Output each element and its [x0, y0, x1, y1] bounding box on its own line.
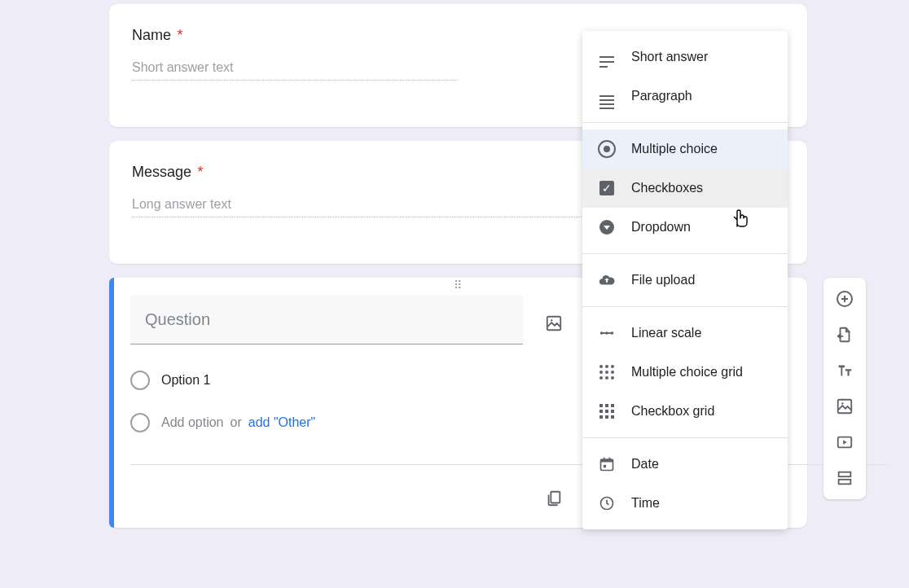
- dropdown-icon: [597, 217, 617, 237]
- or-text: or: [231, 415, 242, 430]
- svg-rect-24: [611, 415, 614, 419]
- svg-point-15: [611, 376, 614, 380]
- svg-rect-18: [611, 404, 614, 407]
- svg-rect-32: [838, 400, 852, 414]
- menu-item-label: Short answer: [631, 50, 708, 64]
- duplicate-button[interactable]: [538, 482, 570, 515]
- menu-item-label: Multiple choice grid: [631, 365, 743, 380]
- svg-point-12: [611, 371, 614, 374]
- menu-separator: [582, 306, 788, 307]
- clock-icon: [597, 494, 617, 513]
- calendar-icon: [597, 454, 617, 474]
- menu-item-label: Date: [631, 457, 659, 472]
- menu-item-file-upload[interactable]: File upload: [582, 261, 788, 300]
- linear-scale-icon: [597, 323, 617, 343]
- short-answer-icon: [597, 47, 617, 67]
- add-image-button-toolbar[interactable]: [830, 392, 859, 421]
- svg-rect-28: [609, 458, 611, 461]
- radio-icon: [130, 371, 150, 390]
- svg-rect-6: [602, 332, 613, 334]
- add-question-button[interactable]: [830, 284, 859, 314]
- menu-item-paragraph[interactable]: Paragraph: [582, 77, 788, 116]
- import-questions-button[interactable]: [830, 320, 859, 349]
- radio-icon: [130, 413, 150, 432]
- menu-item-label: Linear scale: [631, 326, 701, 340]
- plus-circle-icon: [835, 289, 854, 309]
- image-icon: [545, 314, 563, 332]
- menu-item-label: Multiple choice: [631, 142, 718, 156]
- menu-item-label: Paragraph: [631, 89, 692, 103]
- svg-point-9: [611, 365, 614, 368]
- menu-item-checkboxes[interactable]: ✓ Checkboxes: [582, 169, 788, 208]
- svg-point-13: [599, 376, 603, 380]
- svg-rect-23: [605, 415, 608, 419]
- menu-item-multiple-choice[interactable]: Multiple choice: [582, 129, 788, 169]
- svg-rect-21: [611, 410, 614, 413]
- menu-item-label: Dropdown: [631, 220, 691, 235]
- active-card-accent: [109, 278, 114, 528]
- svg-rect-16: [599, 404, 603, 407]
- svg-rect-36: [839, 480, 851, 485]
- svg-rect-0: [547, 317, 561, 331]
- required-asterisk: *: [198, 164, 204, 180]
- side-toolbar: [823, 278, 866, 499]
- svg-point-11: [605, 371, 608, 374]
- import-file-icon: [836, 326, 854, 344]
- video-icon: [836, 433, 854, 451]
- svg-rect-17: [605, 404, 608, 407]
- svg-rect-2: [551, 492, 560, 503]
- option-label[interactable]: Option 1: [161, 373, 210, 388]
- menu-item-mc-grid[interactable]: Multiple choice grid: [582, 353, 788, 392]
- menu-item-linear-scale[interactable]: Linear scale: [582, 314, 788, 353]
- svg-rect-27: [604, 458, 605, 461]
- add-section-button[interactable]: [830, 463, 859, 493]
- question-title-input[interactable]: [130, 296, 523, 344]
- add-image-button[interactable]: [538, 307, 570, 340]
- add-title-button[interactable]: [830, 356, 859, 385]
- menu-item-label: Checkbox grid: [631, 404, 714, 419]
- menu-item-short-answer[interactable]: Short answer: [582, 37, 788, 77]
- svg-rect-26: [601, 459, 613, 462]
- question-title: Name: [132, 27, 171, 43]
- radio-checked-icon: [597, 139, 617, 159]
- option-row-1[interactable]: Option 1: [130, 371, 210, 390]
- menu-separator: [582, 437, 788, 438]
- short-answer-placeholder: Short answer text: [132, 60, 458, 81]
- image-icon: [836, 397, 854, 415]
- menu-separator: [582, 253, 788, 254]
- question-type-menu: Short answer Paragraph Multiple choice ✓…: [582, 31, 788, 529]
- svg-point-8: [605, 365, 608, 368]
- svg-point-7: [599, 365, 603, 368]
- svg-point-33: [841, 402, 843, 404]
- text-title-icon: [836, 362, 854, 380]
- menu-separator: [582, 122, 788, 123]
- svg-point-10: [599, 371, 603, 374]
- square-grid-icon: [597, 402, 617, 421]
- paragraph-icon: [597, 86, 617, 106]
- menu-item-time[interactable]: Time: [582, 484, 788, 523]
- menu-item-label: Checkboxes: [631, 181, 703, 195]
- dot-grid-icon: [597, 362, 617, 382]
- svg-rect-35: [839, 472, 851, 477]
- add-video-button[interactable]: [830, 428, 859, 457]
- add-option-button[interactable]: Add option: [161, 415, 224, 430]
- copy-icon: [545, 489, 563, 507]
- menu-item-cb-grid[interactable]: Checkbox grid: [582, 392, 788, 431]
- menu-item-date[interactable]: Date: [582, 445, 788, 484]
- option-row-add: Add option or add "Other": [130, 413, 315, 432]
- menu-item-label: File upload: [631, 273, 695, 287]
- svg-point-1: [551, 319, 552, 321]
- svg-point-14: [605, 376, 608, 380]
- add-other-button[interactable]: add "Other": [248, 415, 316, 430]
- svg-rect-20: [605, 410, 608, 413]
- menu-item-dropdown[interactable]: Dropdown: [582, 208, 788, 247]
- menu-item-label: Time: [631, 496, 660, 511]
- checkbox-icon: ✓: [597, 178, 617, 198]
- required-asterisk: *: [177, 27, 182, 43]
- question-title: Message: [132, 164, 191, 180]
- svg-rect-29: [604, 465, 606, 467]
- section-icon: [836, 469, 854, 487]
- svg-rect-22: [599, 415, 603, 419]
- cloud-upload-icon: [597, 270, 617, 290]
- svg-rect-19: [599, 410, 603, 413]
